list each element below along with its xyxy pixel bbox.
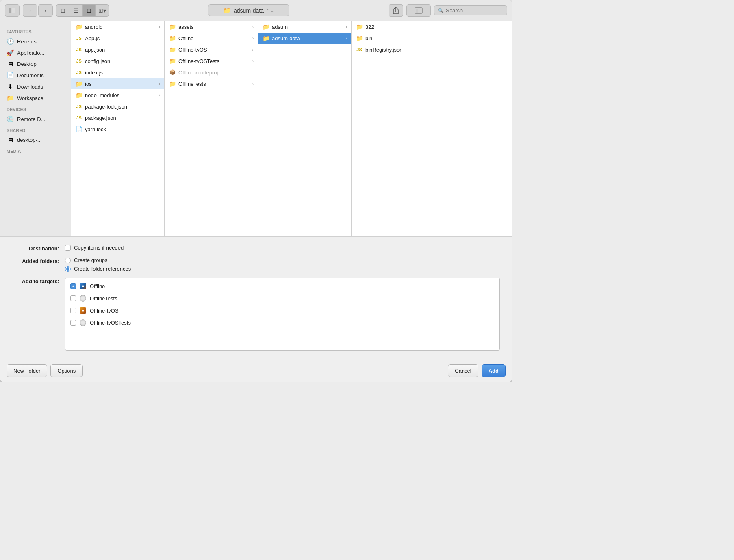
sidebar-item-workspace[interactable]: 📁 Workspace [0,92,71,104]
target-row-offline-tvos: A Offline-tvOS [69,306,496,315]
js-file-icon: JS [75,36,83,41]
location-pill[interactable]: 📁 adsum-data ⌃⌄ [208,4,289,16]
plain-file-icon: 📄 [75,126,83,132]
target-offline-checkbox[interactable] [70,283,76,289]
file-item-adsum-data[interactable]: 📁 adsum-data › [258,33,351,44]
add-button[interactable]: Add [482,364,506,377]
column-view-button[interactable]: ⊟ [83,5,96,16]
list-view-button[interactable]: ☰ [69,5,83,16]
create-groups-radio[interactable] [65,258,71,263]
search-input[interactable] [446,7,503,13]
file-item-offline[interactable]: 📁 Offline › [165,33,258,44]
file-item-bin[interactable]: 📁 bin [352,33,433,44]
new-folder-button[interactable]: New Folder [7,364,47,377]
options-section: Destination: Copy items if needed Added … [0,237,512,359]
sidebar: Favorites 🕐 Recents 🚀 Applicatio... 🖥 De… [0,21,71,236]
target-offline-tvos-checkbox[interactable] [70,308,76,313]
target-row-offline-tvostests: Offline-tvOSTests [69,318,496,328]
workspace-icon: 📁 [7,94,14,102]
folder-icon: 📁 [262,24,269,30]
folder-icon: 📁 [169,58,176,64]
js-file-icon: JS [356,47,363,52]
sidebar-item-applications[interactable]: 🚀 Applicatio... [0,47,71,59]
file-item-binregistryjson[interactable]: JS binRegistry.json [352,44,433,55]
file-item-assets[interactable]: 📁 assets › [165,21,258,33]
sidebar-toggle-button[interactable] [5,4,20,17]
remote-disc-icon: 💿 [7,115,14,123]
js-file-icon: JS [75,104,83,109]
js-file-icon: JS [75,47,83,52]
main-content: Favorites 🕐 Recents 🚀 Applicatio... 🖥 De… [0,21,512,236]
svg-rect-1 [11,8,15,13]
file-item-android[interactable]: 📁 android › [71,21,164,33]
target-offlinetests-checkbox[interactable] [70,295,76,301]
file-column-1: 📁 android › JS App.js JS app.json JS con… [71,21,165,236]
added-folders-controls: Create groups Create folder references [65,257,131,272]
chevron-right-icon: › [252,25,254,29]
js-file-icon: JS [75,70,83,75]
destination-controls: Copy items if needed [65,245,124,251]
destination-label: Destination: [12,245,65,252]
options-button[interactable]: Options [50,364,83,377]
nav-buttons: ‹ › [23,4,53,17]
test-app-icon-2 [80,319,86,326]
file-item-appjson[interactable]: JS app.json [71,44,164,55]
button-bar: New Folder Options Cancel Add [0,359,512,382]
file-item-appjs[interactable]: JS App.js [71,33,164,44]
file-item-ios[interactable]: 📁 ios › [71,78,164,89]
copy-items-checkbox[interactable] [65,245,71,251]
file-item-offline-tvostests[interactable]: 📁 Offline-tvOSTests › [165,55,258,67]
file-item-packagelockjson[interactable]: JS package-lock.json [71,101,164,112]
share-button[interactable] [389,4,403,17]
js-file-icon: JS [75,115,83,120]
sidebar-item-downloads[interactable]: ⬇ Downloads [0,81,71,92]
cancel-button[interactable]: Cancel [448,364,478,377]
destination-row: Destination: Copy items if needed [12,245,500,252]
folder-icon: 📁 [75,80,83,87]
button-bar-right: Cancel Add [448,364,506,377]
file-item-indexjs[interactable]: JS index.js [71,67,164,78]
chevron-right-icon: › [159,82,160,86]
view-toggle: ⊞ ☰ ⊟ ⊞▾ [56,4,109,17]
file-item-offline-xcodeproj[interactable]: 📦 Offline.xcodeproj [165,67,258,78]
preview-button[interactable] [406,4,431,17]
chevron-right-icon: › [252,36,254,41]
gallery-view-button[interactable]: ⊞▾ [96,5,109,16]
file-item-yarnlock[interactable]: 📄 yarn.lock [71,124,164,135]
sidebar-item-desktop[interactable]: 🖥 Desktop [0,59,71,69]
media-header: Media [0,145,71,155]
sidebar-item-remote-disc[interactable]: 💿 Remote D... [0,113,71,125]
target-offline-icon: A [79,282,87,290]
chevron-right-icon: › [159,93,160,98]
targets-box: A Offline OfflineTests [65,278,500,351]
icon-view-button[interactable]: ⊞ [56,5,69,16]
sidebar-item-documents[interactable]: 📄 Documents [0,69,71,81]
sidebar-item-shared-desktop[interactable]: 🖥 desktop-... [0,135,71,145]
xcodeproj-icon: 📦 [169,69,176,75]
file-item-nodemodules[interactable]: 📁 node_modules › [71,89,164,101]
file-item-packagejson[interactable]: JS package.json [71,112,164,124]
file-item-offline-tvos[interactable]: 📁 Offline-tvOS › [165,44,258,55]
copy-items-text: Copy items if needed [74,245,124,251]
target-offline-tvostests-icon [79,319,87,326]
create-folder-references-text: Create folder references [74,266,131,272]
create-folder-references-radio[interactable] [65,266,71,272]
xcode-app-icon: A [80,283,86,289]
file-item-adsum[interactable]: 📁 adsum › [258,21,351,33]
file-item-322[interactable]: 📁 322 [352,21,433,33]
file-item-configjson[interactable]: JS config.json [71,55,164,67]
folder-icon: 📁 [356,35,363,41]
shared-desktop-icon: 🖥 [7,137,14,143]
folder-icon: 📁 [169,46,176,53]
forward-button[interactable]: › [38,4,53,17]
file-column-3: 📁 adsum › 📁 adsum-data › [258,21,352,236]
target-offline-tvostests-checkbox[interactable] [70,320,76,326]
file-item-offlinetests[interactable]: 📁 OfflineTests › [165,78,258,89]
file-column-4: 📁 322 📁 bin JS binRegistry.json [352,21,433,236]
toolbar: ‹ › ⊞ ☰ ⊟ ⊞▾ 📁 adsum-data ⌃⌄ [0,0,512,21]
desktop-icon: 🖥 [7,61,14,67]
search-box[interactable]: 🔍 [434,5,507,15]
sidebar-item-recents[interactable]: 🕐 Recents [0,36,71,47]
button-bar-left: New Folder Options [7,364,83,377]
back-button[interactable]: ‹ [23,4,37,17]
